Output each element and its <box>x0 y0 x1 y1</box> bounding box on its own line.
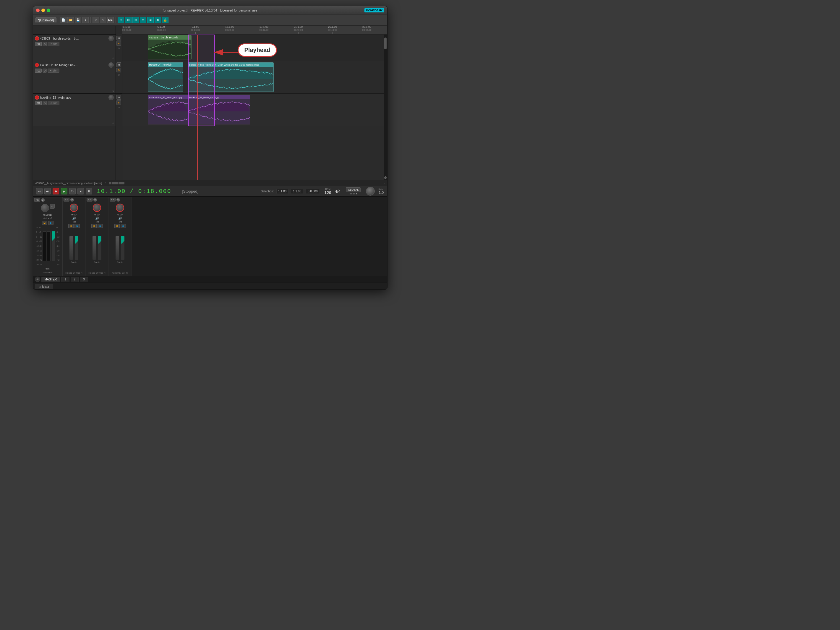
mute-button-3[interactable]: M <box>117 95 121 99</box>
ch1-speaker-icon[interactable]: 🔊 <box>72 216 76 220</box>
mixer-tab-2[interactable]: 2 <box>71 277 79 282</box>
new-file-icon[interactable]: 📄 <box>60 17 66 23</box>
track-pan-knob[interactable] <box>109 95 114 100</box>
link-icon[interactable]: ⛓ <box>125 17 131 23</box>
loop-icon[interactable]: ↻ <box>155 17 161 23</box>
selection-val-3[interactable]: 0.0.000 <box>306 189 319 194</box>
selection-val-1[interactable]: 1.1.00 <box>276 189 289 194</box>
track-pan-knob[interactable] <box>109 36 114 41</box>
rate-value[interactable]: 1.0 <box>379 191 384 195</box>
solo-button-2[interactable]: S <box>117 68 121 73</box>
master-fx-button[interactable]: FX <box>34 198 40 202</box>
scroll-up-icon[interactable] <box>384 176 387 178</box>
ch1-fader-2[interactable] <box>75 236 78 260</box>
ch1-record-arm[interactable] <box>70 204 78 212</box>
ch3-solo-button[interactable]: S <box>121 224 126 228</box>
group-icon[interactable]: ⚯ <box>140 17 146 23</box>
ch2-fader-2[interactable] <box>98 236 101 260</box>
ch1-solo-button[interactable]: S <box>74 224 80 228</box>
ch1-fx-button[interactable]: FX <box>63 198 69 202</box>
go-to-end-button[interactable]: ⏭ <box>44 188 51 194</box>
render-icon[interactable]: ▶▶ <box>107 17 114 23</box>
track-record-button[interactable] <box>35 63 39 67</box>
master-mute-button[interactable]: M <box>42 221 47 225</box>
track-record-button[interactable] <box>35 95 39 99</box>
track-trim-button[interactable]: ✂ trim <box>47 101 59 105</box>
close-button[interactable] <box>36 9 39 12</box>
lock-icon[interactable]: 🔒 <box>162 17 169 23</box>
mixer-tab-bottom[interactable]: ⊞ Mixer <box>35 284 53 289</box>
mute-button-2[interactable]: M <box>117 62 121 67</box>
track-trim-button[interactable]: ✂ trim <box>47 42 59 46</box>
solo-button-3[interactable]: S <box>117 100 121 105</box>
ch1-power-button[interactable]: ⏻ <box>70 198 74 202</box>
ch2-power-button[interactable]: ⏻ <box>93 198 97 202</box>
audio-clip[interactable]: House Of The Rising Sun - Josh White and… <box>188 62 274 92</box>
pause-button[interactable]: ⏸ <box>86 188 92 194</box>
ch3-power-button[interactable]: ⏻ <box>117 198 120 202</box>
stop-button[interactable]: ■ <box>77 188 84 194</box>
track-fx-button[interactable]: FX <box>35 42 42 46</box>
ch3-record-arm[interactable] <box>116 204 124 212</box>
ch2-route-label[interactable]: Route <box>94 261 100 264</box>
selection-val-2[interactable]: 1.1.00 <box>291 189 303 194</box>
go-to-start-button[interactable]: ⏮ <box>36 188 43 194</box>
track-record-button[interactable] <box>35 36 39 41</box>
mixer-tab-circle[interactable]: ① <box>35 276 40 282</box>
track-io-button[interactable]: ⊙ <box>43 42 47 46</box>
master-fader[interactable] <box>52 231 55 261</box>
master-power-button[interactable]: ⏻ <box>41 198 45 202</box>
ch2-speaker-icon[interactable]: 🔊 <box>95 216 99 220</box>
project-tab[interactable]: *[Unsaved] <box>35 17 57 22</box>
solo-button-1[interactable]: S <box>117 41 121 46</box>
vertical-scrollbar[interactable] <box>384 35 387 180</box>
maximize-button[interactable] <box>47 9 50 12</box>
play-button[interactable]: ▶ <box>61 188 67 194</box>
ch3-fader-2[interactable] <box>121 236 125 260</box>
minimize-button[interactable] <box>41 9 45 12</box>
ch2-solo-button[interactable]: S <box>98 224 103 228</box>
master-solo-button[interactable]: S <box>48 221 54 225</box>
track-fx-button[interactable]: FX <box>35 69 42 73</box>
undo-icon[interactable]: ↩ <box>93 17 99 23</box>
ch2-fx-button[interactable]: FX <box>87 198 93 202</box>
ch1-fader-main[interactable] <box>69 236 73 260</box>
global-button[interactable]: GLOBAL <box>346 187 361 192</box>
bpm-value[interactable]: 120 <box>325 190 332 195</box>
ch3-speaker-icon[interactable]: 🔊 <box>118 216 122 220</box>
audio-clip[interactable]: 463903__burgh_records <box>148 35 191 59</box>
snap-icon[interactable]: ⊞ <box>118 17 124 23</box>
redo-icon[interactable]: ↪ <box>100 17 106 23</box>
ch2-mute-button[interactable]: M <box>92 224 97 228</box>
monitor-fx-button[interactable]: MONITOR FX <box>365 8 384 13</box>
track-fx-button[interactable]: FX <box>35 101 42 105</box>
ch1-mute-button[interactable]: M <box>68 224 74 228</box>
audio-clip[interactable]: House Of The Risin <box>148 62 183 92</box>
audio-clip[interactable]: << huckfinn_33_twain_apc.ogg <box>148 95 189 125</box>
ch3-mute-button[interactable]: M <box>114 224 120 228</box>
master-volume-knob[interactable] <box>366 187 375 196</box>
track-io-button[interactable]: ⊙ <box>43 101 47 105</box>
envelope-icon[interactable]: ≋ <box>147 17 154 23</box>
ch2-record-arm[interactable] <box>93 204 101 212</box>
ch3-fx-button[interactable]: FX <box>110 198 115 202</box>
track-pan-knob[interactable] <box>109 62 114 68</box>
audio-clip[interactable]: huckfinn_33_twain_apc.ogg <box>188 95 250 125</box>
timeline-ruler[interactable]: 1.1.00 00:00.00 5.1.00 00:08.00 9.1.00 0… <box>122 26 387 35</box>
scrollbar-thumb[interactable] <box>384 38 387 49</box>
mixer-tab-master[interactable]: MASTER <box>41 277 60 282</box>
ch3-route-label[interactable]: Route <box>117 261 123 264</box>
track-io-button[interactable]: ⊙ <box>43 69 47 73</box>
ch1-route-label[interactable]: Route <box>71 261 77 264</box>
ch3-fader-main[interactable] <box>115 236 119 260</box>
open-file-icon[interactable]: 📂 <box>67 17 74 23</box>
master-knob[interactable] <box>41 204 49 212</box>
ch2-fader-main[interactable] <box>93 236 96 260</box>
save-file-icon[interactable]: 💾 <box>75 17 81 23</box>
scroll-down-icon[interactable] <box>384 178 387 179</box>
track-trim-button[interactable]: ✂ trim <box>47 69 59 73</box>
loop-button[interactable]: ↻ <box>69 188 76 194</box>
info-icon[interactable]: ℹ <box>82 17 88 23</box>
mute-button-1[interactable]: M <box>117 36 121 41</box>
time-signature[interactable]: 4/4 <box>335 189 341 194</box>
